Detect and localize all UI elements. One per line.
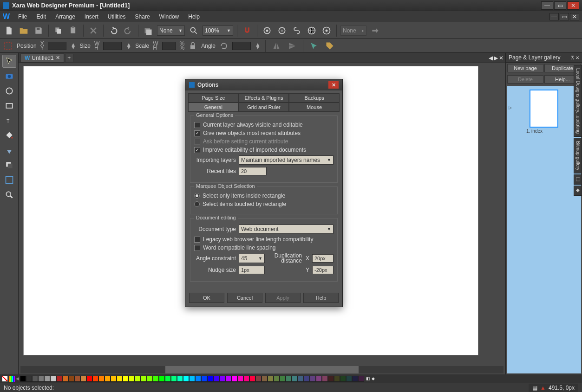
menu-utilities[interactable]: Utilities bbox=[104, 13, 130, 21]
color-swatch[interactable] bbox=[177, 376, 183, 382]
color-swatch[interactable] bbox=[32, 376, 38, 382]
doc-type-select[interactable]: Web document▼ bbox=[239, 225, 334, 234]
color-swatch[interactable] bbox=[207, 376, 213, 382]
color-swatch[interactable] bbox=[141, 376, 147, 382]
ok-button[interactable]: OK bbox=[189, 293, 224, 303]
menu-help[interactable]: Help bbox=[184, 13, 203, 21]
menu-share[interactable]: Share bbox=[131, 13, 154, 21]
color-swatch[interactable] bbox=[219, 376, 225, 382]
color-swatch[interactable] bbox=[274, 376, 280, 382]
color-swatch[interactable] bbox=[328, 376, 334, 382]
paste-icon[interactable] bbox=[67, 25, 79, 37]
color-swatch[interactable] bbox=[298, 376, 304, 382]
tab-page-size[interactable]: Page Size bbox=[188, 93, 239, 103]
arrow-right-icon[interactable] bbox=[369, 25, 381, 37]
color-swatch[interactable] bbox=[249, 376, 255, 382]
color-swatch[interactable] bbox=[68, 376, 74, 382]
color-swatch[interactable] bbox=[165, 376, 171, 382]
color-swatch[interactable] bbox=[225, 376, 231, 382]
new-page-button[interactable]: New page bbox=[507, 64, 543, 72]
flip-v-icon[interactable] bbox=[286, 40, 298, 52]
color-swatch[interactable] bbox=[86, 376, 92, 382]
tab-effects[interactable]: Effects & Plugins bbox=[239, 93, 289, 103]
angle-constraint-select[interactable]: 45▼ bbox=[239, 254, 265, 263]
color-swatch[interactable] bbox=[237, 376, 243, 382]
color-swatch[interactable] bbox=[44, 376, 50, 382]
color-swatch[interactable] bbox=[280, 376, 286, 382]
dialog-help-button[interactable]: Help bbox=[303, 293, 339, 303]
color-swatch[interactable] bbox=[171, 376, 177, 382]
chk-word-compat[interactable] bbox=[194, 245, 200, 251]
redo-icon[interactable] bbox=[122, 25, 134, 37]
delete-icon[interactable] bbox=[87, 25, 99, 37]
color-swatch[interactable] bbox=[111, 376, 117, 382]
tab-next-icon[interactable]: ▶ bbox=[494, 55, 498, 61]
color-swatch[interactable] bbox=[62, 376, 68, 382]
color-swatch[interactable] bbox=[340, 376, 346, 382]
color-swatch[interactable] bbox=[20, 376, 26, 382]
side-tab-designs[interactable]: Local Designs gallery...updating bbox=[574, 65, 582, 137]
color-swatch[interactable] bbox=[183, 376, 189, 382]
zoom-tool-icon[interactable] bbox=[2, 188, 16, 201]
color-swatch[interactable] bbox=[98, 376, 105, 382]
menu-edit[interactable]: Edit bbox=[33, 13, 50, 21]
horizontal-scrollbar[interactable] bbox=[20, 366, 504, 373]
dialog-close-button[interactable]: ✕ bbox=[328, 81, 339, 89]
zoom-icon[interactable] bbox=[188, 25, 200, 37]
color-swatch[interactable] bbox=[92, 376, 98, 382]
new-tab-button[interactable]: + bbox=[65, 54, 73, 62]
radio-inside[interactable] bbox=[194, 193, 200, 199]
color-swatch[interactable] bbox=[74, 376, 80, 382]
minimize-button[interactable]: — bbox=[541, 1, 553, 10]
tab-close-all-icon[interactable]: ✕ bbox=[499, 55, 504, 61]
document-tab[interactable]: W Untitled1 ✕ bbox=[20, 53, 64, 63]
names-icon[interactable] bbox=[142, 25, 154, 37]
color-swatch[interactable] bbox=[358, 376, 364, 382]
delete-button[interactable]: Delete bbox=[507, 75, 543, 84]
color-swatch[interactable] bbox=[129, 376, 135, 382]
color-swatch[interactable] bbox=[213, 376, 219, 382]
scale-input[interactable] bbox=[162, 42, 176, 50]
undo-icon[interactable] bbox=[107, 25, 119, 37]
color-swatch[interactable] bbox=[316, 376, 322, 382]
recent-files-input[interactable] bbox=[239, 167, 267, 175]
color-swatch[interactable] bbox=[105, 376, 111, 382]
publish-icon[interactable] bbox=[320, 25, 333, 37]
color-swatch[interactable] bbox=[159, 376, 165, 382]
save-icon[interactable] bbox=[33, 25, 45, 37]
rotate-icon[interactable] bbox=[219, 40, 229, 52]
pos-x-input[interactable] bbox=[48, 42, 66, 50]
size-w-input[interactable] bbox=[103, 42, 122, 50]
page-thumbnail[interactable] bbox=[530, 90, 558, 128]
importing-layers-select[interactable]: Maintain imported layers names▼ bbox=[239, 155, 334, 165]
menu-arrange[interactable]: Arrange bbox=[52, 13, 79, 21]
color-swatch[interactable] bbox=[153, 376, 159, 382]
tab-backups[interactable]: Backups bbox=[289, 93, 340, 103]
color-swatch[interactable] bbox=[201, 376, 207, 382]
color-swatch[interactable] bbox=[292, 376, 298, 382]
dup-x-input[interactable] bbox=[312, 254, 334, 263]
rectangle-tool-icon[interactable] bbox=[2, 99, 16, 112]
flip-h-icon[interactable] bbox=[270, 40, 282, 52]
color-swatch[interactable] bbox=[189, 376, 195, 382]
photo-tool-icon[interactable] bbox=[2, 70, 16, 83]
tab-grid[interactable]: Grid and Ruler bbox=[239, 103, 289, 112]
side-tab-tool1[interactable]: ⬚ bbox=[574, 174, 582, 185]
color-swatch[interactable] bbox=[231, 376, 237, 382]
shape-tool-icon[interactable] bbox=[2, 84, 16, 97]
tab-close-icon[interactable]: ✕ bbox=[56, 55, 60, 61]
color-swatch[interactable] bbox=[268, 376, 274, 382]
color-swatch[interactable] bbox=[117, 376, 123, 382]
layer-list[interactable]: ▷ 1. index bbox=[507, 86, 581, 373]
zoom-combo[interactable]: 100%▼ bbox=[203, 26, 233, 36]
color-swatch[interactable] bbox=[50, 376, 56, 382]
open-file-icon[interactable] bbox=[18, 25, 30, 37]
no-color-icon[interactable] bbox=[2, 376, 8, 382]
color-swatch[interactable] bbox=[243, 376, 249, 382]
fill-tool-icon[interactable] bbox=[2, 129, 16, 142]
color-swatch[interactable] bbox=[310, 376, 316, 382]
color-prev-icon[interactable]: ◀ bbox=[16, 376, 19, 381]
color-swatch[interactable] bbox=[38, 376, 44, 382]
doc-restore-button[interactable]: ▭ bbox=[560, 13, 569, 20]
doc-minimize-button[interactable]: — bbox=[549, 13, 559, 20]
